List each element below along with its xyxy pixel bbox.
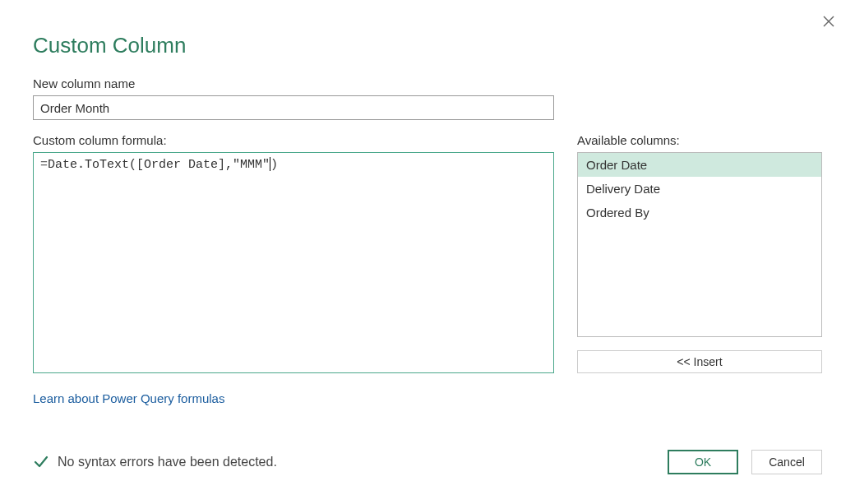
ok-button[interactable]: OK [668, 450, 738, 474]
learn-link[interactable]: Learn about Power Query formulas [33, 391, 224, 405]
close-button[interactable] [819, 12, 839, 31]
list-item[interactable]: Delivery Date [578, 177, 821, 201]
cancel-button[interactable]: Cancel [751, 450, 822, 474]
column-name-label: New column name [33, 76, 822, 90]
formula-equals-prefix: = [40, 158, 48, 172]
insert-button[interactable]: << Insert [577, 350, 822, 373]
close-icon [822, 15, 835, 28]
formula-text-after: ) [270, 158, 278, 172]
available-columns-label: Available columns: [577, 133, 822, 147]
status-text: No syntax errors have been detected. [58, 455, 277, 469]
list-item[interactable]: Order Date [578, 153, 821, 177]
list-item[interactable]: Ordered By [578, 201, 821, 224]
column-name-input[interactable] [33, 95, 554, 120]
dialog-title: Custom Column [33, 33, 822, 58]
formula-label: Custom column formula: [33, 133, 554, 147]
available-columns-list[interactable]: Order Date Delivery Date Ordered By [577, 152, 822, 337]
formula-input[interactable]: =Date.ToText([Order Date],"MMM") [33, 152, 554, 373]
check-icon [33, 453, 49, 472]
formula-text-before: Date.ToText([Order Date],"MMM" [48, 158, 270, 172]
status-area: No syntax errors have been detected. [33, 453, 277, 472]
